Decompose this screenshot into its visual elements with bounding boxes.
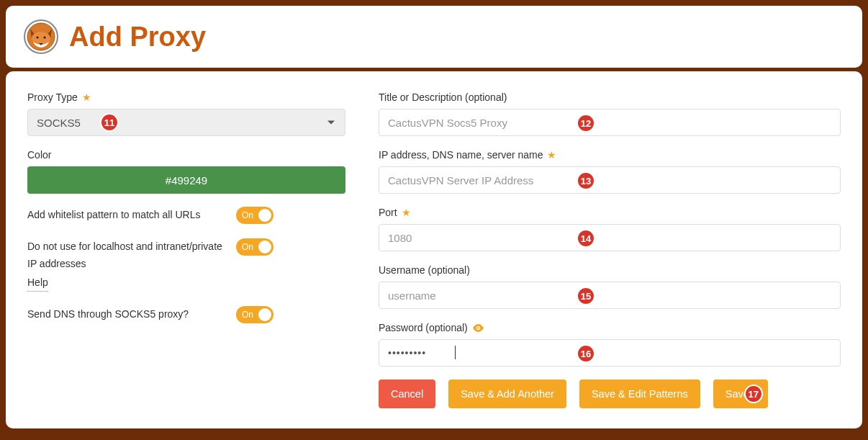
annotation-badge-17: 17 [744,385,763,403]
proxy-type-select[interactable]: SOCKS5 11 [27,109,345,136]
save-button[interactable]: Save 17 [713,380,768,408]
save-add-another-button[interactable]: Save & Add Another [448,380,566,408]
ip-label-text: IP address, DNS name, server name [379,149,543,161]
username-label: Username (optional) [379,264,841,276]
annotation-badge-12: 12 [577,114,595,133]
save-edit-patterns-button[interactable]: Save & Edit Patterns [579,380,700,408]
whitelist-label: Add whitelist pattern to match all URLs [27,207,236,224]
proxy-type-label-text: Proxy Type [27,91,78,103]
required-star-icon: ★ [402,207,411,218]
chevron-down-icon [327,121,335,125]
title-group: Title or Description (optional) 12 [379,91,841,136]
title-input[interactable] [379,109,841,136]
content-card: Proxy Type ★ SOCKS5 11 Color #499249 Add… [6,71,862,428]
whitelist-toggle-row: Add whitelist pattern to match all URLs … [27,207,345,224]
port-input[interactable] [379,224,841,251]
svg-point-7 [477,327,479,329]
toggle-on-text: On [242,210,253,220]
svg-point-3 [32,32,50,45]
right-column: Title or Description (optional) 12 IP ad… [379,91,841,408]
whitelist-toggle[interactable]: On [236,207,273,224]
password-label: Password (optional) [379,322,841,333]
title-label: Title or Description (optional) [379,91,841,103]
username-input[interactable] [379,282,841,309]
eye-icon[interactable] [473,322,484,333]
header-card: Add Proxy [6,6,862,68]
left-column: Proxy Type ★ SOCKS5 11 Color #499249 Add… [27,91,345,408]
toggle-knob-icon [258,308,271,321]
help-link[interactable]: Help [27,274,48,292]
proxy-type-label: Proxy Type ★ [27,91,345,103]
port-label-text: Port [379,207,397,218]
localhost-label-text: Do not use for localhost and intranet/pr… [27,241,222,269]
username-group: Username (optional) 15 [379,264,841,309]
cancel-button[interactable]: Cancel [379,380,435,408]
annotation-badge-11: 11 [100,113,119,132]
required-star-icon: ★ [547,149,556,161]
color-picker[interactable]: #499249 [27,166,345,194]
localhost-toggle[interactable]: On [236,238,273,256]
app-frame: Add Proxy Proxy Type ★ SOCKS5 11 Color #… [2,6,866,440]
button-row: Cancel Save & Add Another Save & Edit Pa… [379,380,841,408]
text-cursor-icon [455,346,456,359]
password-group: Password (optional) ••••••••• 16 [379,322,841,367]
annotation-badge-15: 15 [577,287,595,305]
foxyproxy-logo-icon [23,19,59,55]
dns-toggle-row: Send DNS through SOCKS5 proxy? On [27,306,345,323]
proxy-type-value: SOCKS5 [37,117,81,129]
port-group: Port ★ 14 [379,207,841,251]
localhost-toggle-row: Do not use for localhost and intranet/pr… [27,238,345,292]
color-label: Color [27,149,345,161]
toggle-on-text: On [242,242,253,252]
ip-label: IP address, DNS name, server name ★ [379,149,841,161]
toggle-knob-icon [258,241,271,253]
proxy-type-group: Proxy Type ★ SOCKS5 11 [27,91,345,136]
svg-point-5 [43,36,45,38]
dns-label: Send DNS through SOCKS5 proxy? [27,306,236,323]
annotation-badge-16: 16 [577,344,595,363]
password-input[interactable]: ••••••••• [379,339,841,367]
port-label: Port ★ [379,207,841,218]
ip-group: IP address, DNS name, server name ★ 13 [379,149,841,194]
page-title: Add Proxy [69,22,206,53]
svg-point-4 [36,36,38,38]
required-star-icon: ★ [82,91,91,103]
password-value: ••••••••• [388,347,426,359]
annotation-badge-14: 14 [577,229,595,248]
toggle-on-text: On [242,310,253,320]
ip-input[interactable] [379,166,841,194]
color-group: Color #499249 [27,149,345,194]
color-value: #499249 [166,174,207,187]
localhost-label: Do not use for localhost and intranet/pr… [27,238,236,292]
dns-toggle[interactable]: On [236,306,273,323]
password-label-text: Password (optional) [379,322,468,333]
annotation-badge-13: 13 [577,171,595,190]
toggle-knob-icon [258,209,271,222]
